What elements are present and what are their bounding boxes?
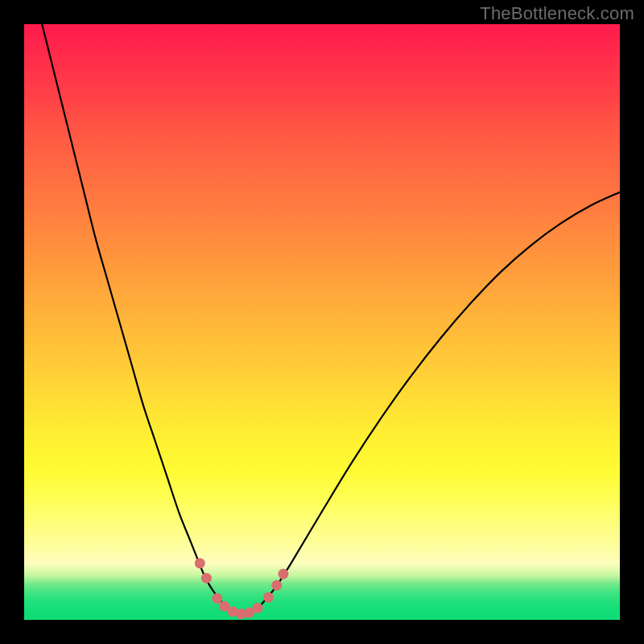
- curve-marker: [201, 573, 212, 584]
- bottleneck-curve: [24, 24, 620, 614]
- curve-marker: [278, 569, 288, 580]
- curve-marker: [263, 592, 274, 602]
- plot-area: [24, 24, 620, 620]
- curve-markers: [195, 558, 289, 619]
- chart-svg: [24, 24, 620, 620]
- attribution-text: TheBottleneck.com: [480, 3, 634, 24]
- curve-marker: [212, 593, 222, 604]
- curve-marker: [253, 603, 263, 613]
- curve-marker: [271, 580, 282, 591]
- curve-marker: [195, 558, 205, 568]
- chart-frame: TheBottleneck.com: [0, 0, 644, 644]
